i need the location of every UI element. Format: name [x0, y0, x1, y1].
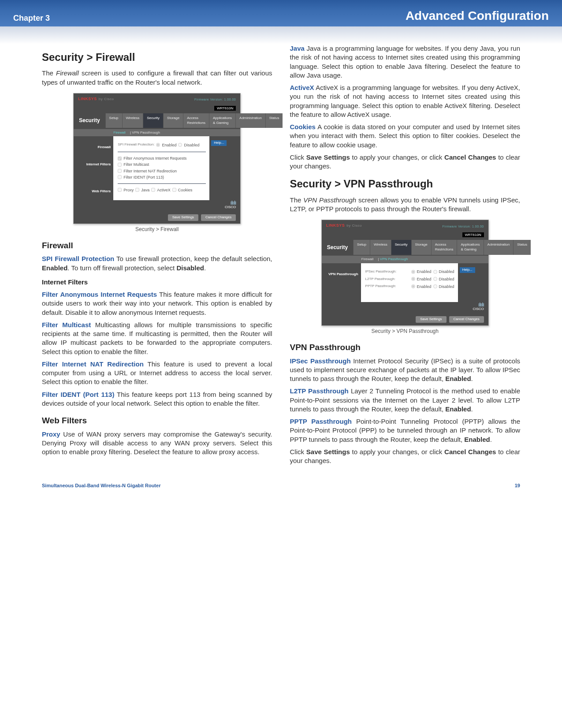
footer-product: Simultaneous Dual-Band Wireless-N Gigabi… — [42, 483, 160, 488]
para-anon: Filter Anonymous Internet Requests This … — [42, 290, 272, 317]
page-footer: Simultaneous Dual-Band Wireless-N Gigabi… — [0, 478, 562, 501]
heading-security-vpn: Security > VPN Passthrough — [290, 177, 521, 191]
para-nat: Filter Internet NAT Redirection This fea… — [42, 360, 272, 387]
chapter-label: Chapter 3 — [13, 14, 50, 23]
heading-web-filters: Web Filters — [42, 415, 272, 426]
heading-vpn-passthrough: VPN Passthrough — [290, 342, 521, 353]
footer-page: 19 — [515, 483, 520, 488]
para-activex: ActiveX ActiveX is a programming languag… — [290, 83, 521, 119]
figure-firewall-screenshot: LINKSYSby CiscoFirmware Version: 1.00.00… — [42, 93, 272, 224]
para-vpn-intro: The VPN Passthrough screen allows you to… — [290, 196, 521, 214]
para-save2: Click Save Settings to apply your change… — [290, 448, 521, 466]
para-proxy: Proxy Use of WAN proxy servers may compr… — [42, 430, 272, 457]
para-multicast: Filter Multicast Multicasting allows for… — [42, 321, 272, 356]
para-cookies: Cookies A cookie is data stored on your … — [290, 123, 521, 149]
para-l2tp: L2TP Passthrough Layer 2 Tunneling Proto… — [290, 387, 521, 414]
para-spi: SPI Firewall Protection To use firewall … — [42, 254, 272, 273]
para-ipsec: IPSec Passthrough Internet Protocol Secu… — [290, 357, 521, 384]
para-pptp: PPTP Passthrough Point-to-Point Tunnelin… — [290, 417, 521, 444]
heading-security-firewall: Security > Firewall — [42, 50, 272, 64]
caption-firewall: Security > Firewall — [42, 226, 272, 233]
heading-firewall: Firewall — [42, 240, 272, 251]
para-ident: Filter IDENT (Port 113) This feature kee… — [42, 390, 272, 408]
header-title: Advanced Configuration — [406, 9, 549, 23]
heading-internet-filters: Internet Filters — [42, 278, 272, 287]
para-firewall-intro: The Firewall screen is used to configure… — [42, 69, 272, 87]
caption-vpn: Security > VPN Passthrough — [290, 328, 521, 335]
page-header: Chapter 3 Advanced Configuration — [0, 0, 562, 26]
content: Security > Firewall The Firewall screen … — [0, 44, 562, 478]
para-save1: Click Save Settings to apply your change… — [290, 153, 521, 171]
header-shadow — [0, 26, 562, 44]
linksys-screenshot-vpn: LINKSYSby CiscoFirmware Version: 1.00.00… — [321, 220, 489, 326]
para-java: Java Java is a programming language for … — [290, 44, 521, 80]
linksys-screenshot-firewall: LINKSYSby CiscoFirmware Version: 1.00.00… — [73, 93, 241, 224]
figure-vpn-screenshot: LINKSYSby CiscoFirmware Version: 1.00.00… — [290, 220, 521, 326]
